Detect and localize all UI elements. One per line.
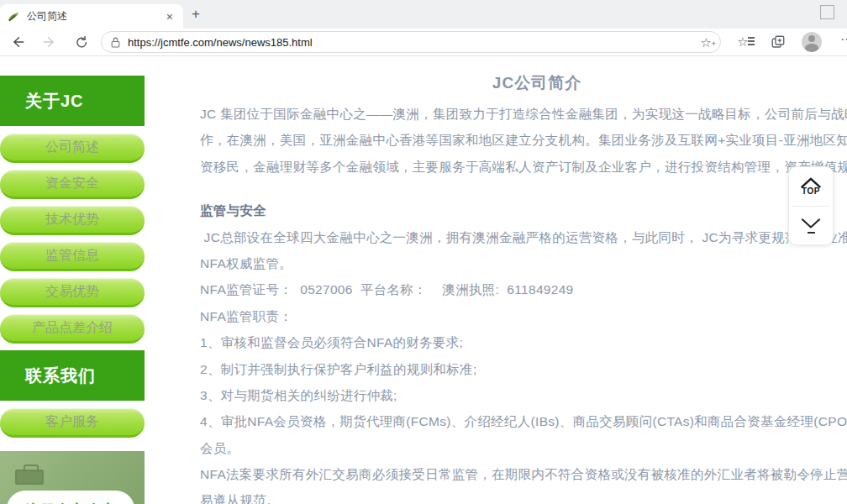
content-line: 4、审批NFA会员资格，期货代理商(FCMs)、介绍经纪人(IBs)、商品交易顾…: [200, 408, 847, 434]
content-line: JC总部设在全球四大金融中心之一澳洲，拥有澳洲金融严格的运营资格，与此同时， J…: [200, 224, 847, 250]
briefcase-icon: [15, 470, 44, 485]
content-line: 资移民，金融理财等多个金融领域，主要服务于高端私人资产订制及企业客户，进行投资结…: [200, 154, 847, 180]
web-page: 关于JC 公司简述资金安全技术优势监管信息交易优势产品点差介绍 联系我们 客户服…: [0, 56, 847, 504]
sidebar-section-contact[interactable]: 联系我们: [0, 350, 145, 401]
new-tab-icon[interactable]: +: [192, 7, 200, 22]
refresh-icon[interactable]: [71, 31, 92, 53]
page-title: JC公司简介: [200, 71, 847, 101]
favorites-icon[interactable]: ☆: [733, 32, 753, 52]
collections-icon[interactable]: [768, 32, 788, 52]
sidebar-section-about[interactable]: 关于JC: [0, 76, 145, 126]
sidebar-item-about-0[interactable]: 公司简述: [0, 134, 145, 163]
sidebar-item-label: 资金安全: [45, 175, 99, 192]
address-bar[interactable]: https://jcmtfe.com/news/news185.html ☆+: [101, 31, 721, 53]
back-icon[interactable]: [7, 31, 29, 53]
article: JC公司简介 JC 集团位于国际金融中心之——澳洲，集团致力于打造综合性金融集团…: [200, 71, 847, 504]
sidebar-item-label: 监管信息: [45, 247, 99, 265]
browser-tab[interactable]: 公司简述 ×: [0, 4, 183, 29]
tab-strip: 公司简述 × +: [0, 0, 847, 29]
more-icon[interactable]: ⋯: [840, 32, 847, 47]
content-line: NFA法案要求所有外汇交易商必须接受日常监管，在期限内不符合资格或没有被核准的外…: [200, 461, 847, 487]
profile-avatar[interactable]: [802, 32, 822, 52]
tab-title: 公司简述: [27, 9, 163, 24]
sidebar-item-label: 技术优势: [45, 211, 99, 228]
url-text[interactable]: https://jcmtfe.com/news/news185.html: [128, 36, 701, 49]
sidebar-item-label: 产品点差介绍: [32, 319, 113, 337]
sidebar-item-contact-0[interactable]: 客户服务: [0, 408, 145, 438]
sidebar-list-about: 公司简述资金安全技术优势监管信息交易优势产品点差介绍: [0, 134, 145, 344]
top-label: TOP: [802, 186, 820, 196]
content-line: 1、审核和监督会员必须符合NFA的财务要求;: [200, 329, 847, 355]
sidebar-nav: 关于JC 公司简述资金安全技术优势监管信息交易优势产品点差介绍 联系我们 客户服…: [0, 76, 145, 504]
content-heading: 监管与安全: [200, 197, 847, 223]
favicon-icon: [7, 10, 20, 24]
sidebar-item-about-2[interactable]: 技术优势: [0, 206, 145, 235]
sidebar-item-about-4[interactable]: 交易优势: [0, 278, 145, 307]
sidebar-item-about-1[interactable]: 资金安全: [0, 170, 145, 199]
content-line: 易遵从规范。: [200, 487, 847, 504]
sidebar-item-about-5[interactable]: 产品点差介绍: [0, 314, 145, 344]
content-line: NFA权威监管。: [200, 250, 847, 276]
content-line: NFA监管证号： 0527006 平台名称： 澳洲执照: 611849249: [200, 276, 847, 302]
scroll-to-top-button[interactable]: TOP: [789, 167, 833, 206]
content-line: 3、对与期货相关的纠纷进行仲裁;: [200, 382, 847, 408]
content-line: 2、制订并强制执行保护客户利益的规则和标准;: [200, 356, 847, 382]
promo-banner: 注册真实账户: [0, 451, 145, 504]
article-body: JC 集团位于国际金融中心之——澳洲，集团致力于打造综合性金融集团，为实现这一战…: [200, 101, 847, 504]
maximize-icon[interactable]: [820, 5, 834, 19]
content-line: JC 集团位于国际金融中心之——澳洲，集团致力于打造综合性金融集团，为实现这一战…: [200, 101, 847, 127]
tab-close-icon[interactable]: ×: [163, 11, 176, 23]
add-favorite-icon[interactable]: ☆+: [701, 36, 712, 49]
scroll-widget: TOP: [788, 166, 834, 245]
scroll-to-bottom-button[interactable]: [789, 207, 833, 245]
sidebar-item-label: 客户服务: [45, 413, 99, 431]
content-line: 作，在澳洲，美国，亚洲金融中心香港等国家和地区建立分支机构。集团业务涉及互联网+…: [200, 127, 847, 153]
sidebar-item-about-3[interactable]: 监管信息: [0, 242, 145, 271]
avatar: [802, 32, 822, 52]
sidebar-item-label: 交易优势: [45, 283, 99, 301]
content-line: 会员。: [200, 435, 847, 461]
sidebar-item-label: 公司简述: [45, 139, 99, 156]
browser-toolbar: https://jcmtfe.com/news/news185.html ☆+ …: [0, 29, 847, 56]
content-line: NFA监管职责：: [200, 303, 847, 329]
register-account-button[interactable]: 注册真实账户: [7, 491, 134, 504]
forward-icon[interactable]: [39, 31, 60, 53]
down-arrow-icon: [798, 217, 823, 230]
lock-icon: [110, 36, 121, 49]
sidebar-list-contact: 客户服务: [0, 408, 145, 438]
